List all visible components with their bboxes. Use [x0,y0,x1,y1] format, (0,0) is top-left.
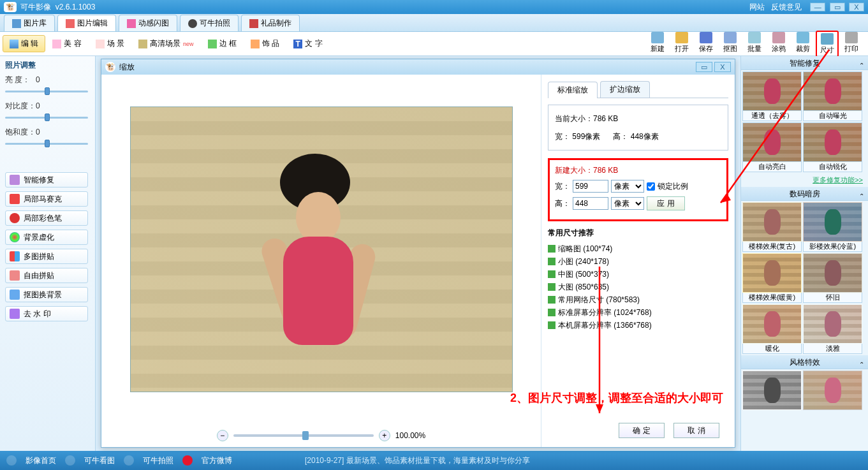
cancel-button[interactable]: 取 消 [673,423,719,438]
preview-pane: − + 100.00% [101,75,541,447]
subtab-edit[interactable]: 编 辑 [3,35,45,52]
blur-icon [10,232,20,242]
ok-button[interactable]: 确 定 [619,423,665,438]
tab-slideshow[interactable]: 动感闪图 [119,15,177,31]
tool-save[interactable]: 保存 [695,31,717,57]
subtab-decor[interactable]: 饰 品 [244,35,286,52]
rec-item[interactable]: 常用网络尺寸 (780*583) [548,293,728,306]
effect-thumb[interactable] [803,122,862,162]
tab-camera[interactable]: 可牛拍照 [180,15,239,31]
tool-crop[interactable]: 裁剪 [791,31,814,57]
tool-doodle[interactable]: 涂鸦 [767,31,790,57]
minimize-button[interactable]: — [810,3,825,11]
effect-thumb[interactable] [742,122,802,162]
more-link[interactable]: 更多修复功能>> [741,173,868,187]
effect-thumb[interactable] [742,253,802,293]
subtab-hdscene[interactable]: 高清场景new [131,35,201,52]
subtab-border[interactable]: 边 框 [201,35,244,52]
window-buttons: — ▭ X [808,3,864,11]
btn-freecollage[interactable]: 自由拼贴 [5,268,88,283]
rec-item[interactable]: 中图 (500*373) [548,268,728,281]
tool-batch[interactable]: 批量 [743,31,766,57]
hd-icon [138,40,147,48]
edit-icon [66,19,75,28]
link-website[interactable]: 网站 [749,2,765,13]
collage-icon [10,251,20,261]
lock-ratio-checkbox[interactable] [647,182,655,191]
tab-gallery[interactable]: 图片库 [4,15,55,31]
new-icon [651,32,664,43]
tab-gift[interactable]: 礼品制作 [241,15,300,31]
btn-bgswap[interactable]: 抠图换背景 [5,287,88,302]
mosaic-icon [10,194,20,204]
dialog-title-text: 缩放 [119,62,135,73]
right-header-1[interactable]: 智能修复⌃ [741,56,868,70]
annotation-text: 2、图片尺寸调整，调整至合适的大小即可 [510,390,723,406]
subtab-scene[interactable]: 场 景 [89,35,131,52]
right-header-2[interactable]: 数码暗房⌃ [741,187,868,201]
width-unit-select[interactable]: 像素 [611,180,644,193]
zoom-slider[interactable] [233,434,374,437]
effect-thumb[interactable] [803,371,862,410]
effect-thumb[interactable] [803,304,862,344]
dialog-close[interactable]: X [714,62,731,72]
subtab-border-label: 边 框 [219,38,237,49]
effect-thumb[interactable] [803,202,862,242]
close-button[interactable]: X [849,3,864,11]
right-header-3[interactable]: 风格特效⌃ [741,355,868,369]
status-weibo[interactable]: 官方微博 [202,455,232,466]
saturation-slider[interactable] [5,139,88,148]
btn-colorpen[interactable]: 局部彩色笔 [5,210,88,226]
watermark-icon [10,309,20,319]
paint-icon [10,40,18,48]
rec-item[interactable]: 缩略图 (100*74) [548,242,728,255]
tab-edit[interactable]: 图片编辑 [57,15,116,31]
zoom-out-button[interactable]: − [217,430,228,441]
status-home[interactable]: 影像首页 [26,455,56,466]
contrast-slider[interactable] [5,113,88,122]
adjust-header: 照片调整 [5,60,90,71]
tool-open[interactable]: 打开 [670,31,693,57]
tab-extend-zoom[interactable]: 扩边缩放 [600,81,650,98]
width-input[interactable] [573,180,608,193]
rec-item[interactable]: 本机屏幕分辨率 (1366*768) [548,319,728,332]
status-camera[interactable]: 可牛拍照 [143,455,173,466]
main-tabbar: 图片库 图片编辑 动感闪图 可牛拍照 礼品制作 [0,14,868,32]
tool-print[interactable]: 打印 [840,31,863,57]
rec-item[interactable]: 大图 (850*635) [548,281,728,293]
rec-item[interactable]: 标准屏幕分辨率 (1024*768) [548,306,728,319]
height-input[interactable] [573,197,608,210]
dialog-minimize[interactable]: ▭ [696,62,712,72]
dialog-titlebar: 🐮 缩放 ▭ X [101,59,735,75]
btn-blur[interactable]: 背景虚化 [5,230,88,245]
rec-item[interactable]: 小图 (240*178) [548,255,728,268]
link-feedback[interactable]: 反馈意见 [771,2,802,13]
chevron-icon: ⌃ [859,358,864,372]
height-unit-select[interactable]: 像素 [611,197,644,210]
text-icon: T [293,40,302,48]
btn-collage[interactable]: 多图拼贴 [5,249,88,264]
sub-tabbar: 编 辑 美 容 场 景 高清场景new 边 框 饰 品 T文 字 新建 打开 保… [0,32,868,56]
subtab-beauty[interactable]: 美 容 [45,35,88,52]
apply-button[interactable]: 应 用 [647,196,685,210]
tab-standard-zoom[interactable]: 标准缩放 [548,82,598,98]
effect-thumb[interactable] [742,304,802,344]
tool-new[interactable]: 新建 [646,31,669,57]
btn-watermark[interactable]: 去 水 印 [5,306,88,321]
status-viewer[interactable]: 可牛看图 [84,455,115,466]
effect-thumb[interactable] [742,202,802,242]
tab-gallery-label: 图片库 [24,18,47,29]
zoom-in-button[interactable]: + [379,430,390,441]
brightness-slider[interactable] [5,87,88,96]
effect-thumb[interactable] [742,71,802,111]
effect-thumb[interactable] [742,371,802,410]
effect-thumb[interactable] [803,253,862,293]
maximize-button[interactable]: ▭ [830,3,845,11]
btn-mosaic[interactable]: 局部马赛克 [5,191,88,207]
effect-thumb[interactable] [803,71,862,111]
tool-cutout[interactable]: 抠图 [719,31,742,57]
tool-size[interactable]: 尺寸 [816,31,839,57]
subtab-text[interactable]: T文 字 [286,35,329,52]
app-title: 可牛影像 [20,2,51,13]
btn-smart-repair[interactable]: 智能修复 [5,172,88,187]
